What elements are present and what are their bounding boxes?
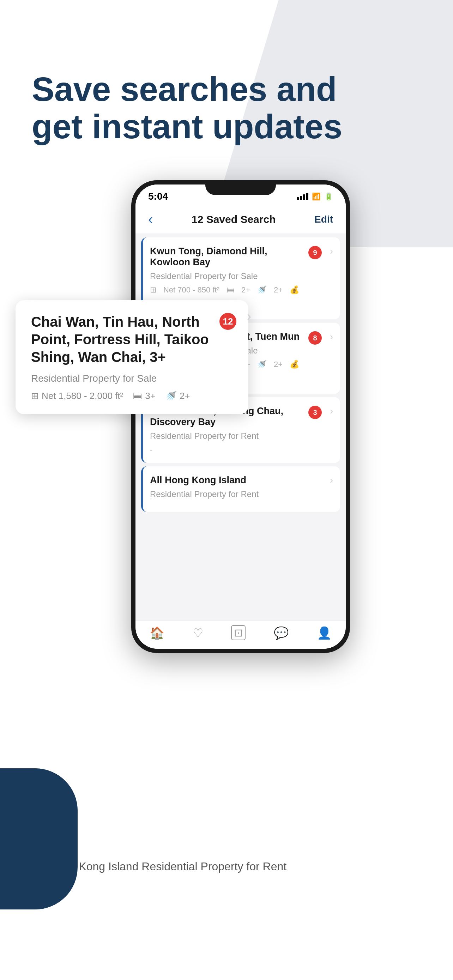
wifi-icon: 📶: [312, 192, 321, 201]
price-icon: 💰: [290, 285, 299, 294]
tab-profile[interactable]: 👤: [317, 626, 332, 640]
page-wrapper: Save searches and get instant updates Ch…: [0, 0, 453, 980]
hero-title: Save searches and get instant updates: [32, 70, 349, 145]
signal-icon: [297, 193, 308, 200]
battery-icon: 🔋: [324, 192, 333, 201]
floating-card[interactable]: Chai Wan, Tin Hau, North Point, Fortress…: [16, 300, 248, 414]
screen-content: ‹ 12 Saved Search Edit Kwun Tong, Diamon…: [135, 205, 346, 649]
phone-tabbar: 🏠 ♡ ⊡ 💬 👤: [135, 620, 346, 649]
tab-favorites[interactable]: ♡: [192, 626, 203, 640]
item-1-chevron: ›: [330, 246, 333, 257]
item-3-badge: 8: [308, 331, 322, 345]
search-list: Kwun Tong, Diamond Hill, Kowloon Bay Res…: [135, 234, 346, 649]
tab-home[interactable]: 🏠: [149, 626, 164, 640]
floating-card-title: Chai Wan, Tin Hau, North Point, Fortress…: [31, 313, 233, 366]
phone-screen: 5:04 📶 🔋 ‹: [135, 185, 346, 649]
item-4-badge: 3: [308, 406, 322, 419]
filter-baths: 🚿 2+: [165, 391, 190, 401]
tab-messages[interactable]: 💬: [274, 626, 289, 640]
item-5-chevron: ›: [330, 475, 333, 486]
search-grid-icon: ⊡: [231, 625, 246, 640]
item-1-type: Residential Property for Sale: [150, 271, 332, 281]
price-icon: 💰: [290, 360, 299, 369]
profile-icon: 👤: [317, 626, 332, 640]
item-5-type: Residential Property for Rent: [150, 489, 332, 499]
area-icon: ⊞: [31, 391, 39, 401]
item-4-dash: -: [150, 445, 153, 454]
hero-section: Save searches and get instant updates: [0, 0, 453, 166]
phone-nav: ‹ 12 Saved Search Edit: [135, 205, 346, 234]
bed-icon: 🛏: [133, 391, 142, 401]
item-3-chevron: ›: [330, 331, 333, 342]
tab-search[interactable]: ⊡: [231, 625, 246, 640]
back-button[interactable]: ‹: [148, 211, 153, 227]
bed-icon: 🛏: [227, 285, 234, 294]
phone-device: 5:04 📶 🔋 ‹: [131, 180, 350, 653]
floating-card-badge: 12: [219, 313, 236, 330]
search-item-5[interactable]: All Hong Kong Island Residential Propert…: [141, 466, 340, 512]
bottom-description: AII Hong Kong Island Residential Propert…: [32, 858, 385, 876]
area-icon: ⊞: [150, 285, 156, 294]
bath-value: 2+: [180, 391, 190, 401]
item-4-chevron: ›: [330, 406, 333, 417]
heart-icon: ♡: [192, 626, 203, 640]
edit-button[interactable]: Edit: [314, 214, 333, 225]
filter-area: ⊞ Net 1,580 - 2,000 ft²: [31, 391, 123, 401]
phone-section: Chai Wan, Tin Hau, North Point, Fortress…: [0, 166, 453, 837]
floating-card-filters: ⊞ Net 1,580 - 2,000 ft² 🛏 3+ 🚿 2+: [31, 391, 233, 401]
item-5-title: All Hong Kong Island: [150, 475, 332, 486]
filter-beds: 🛏 3+: [133, 391, 156, 401]
item-1-area: Net 700 - 850 ft²: [163, 285, 219, 294]
floating-card-chevron: ›: [247, 309, 251, 324]
floating-card-subtitle: Residential Property for Sale: [31, 373, 233, 384]
status-icons: 📶 🔋: [297, 192, 333, 201]
item-4-type: Residential Property for Rent: [150, 431, 332, 441]
bed-value: 3+: [145, 391, 156, 401]
bath-icon: 🚿: [165, 391, 177, 401]
item-1-title: Kwun Tong, Diamond Hill, Kowloon Bay: [150, 246, 332, 268]
status-time: 5:04: [148, 191, 168, 202]
bath-icon: 🚿: [257, 285, 267, 294]
bath-icon: 🚿: [257, 360, 267, 369]
item-1-baths: 2+: [274, 285, 283, 294]
item-1-beds: 2+: [241, 285, 250, 294]
home-icon: 🏠: [149, 626, 164, 640]
item-3-baths: 2+: [274, 360, 283, 369]
area-value: Net 1,580 - 2,000 ft²: [41, 391, 123, 401]
item-4-filters: -: [150, 445, 332, 454]
item-1-badge: 9: [308, 246, 322, 259]
phone-notch: [205, 180, 276, 195]
chat-icon: 💬: [274, 626, 289, 640]
nav-title: 12 Saved Search: [192, 213, 276, 226]
